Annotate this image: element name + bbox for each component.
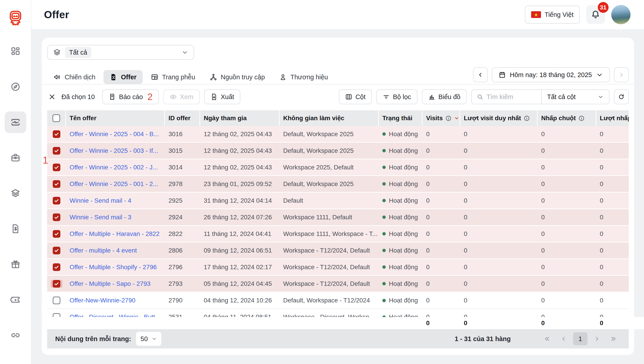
row-checkbox[interactable] <box>53 180 60 188</box>
offer-name-link[interactable]: Offer - Multiple - Haravan - 2822 <box>70 230 160 237</box>
offers-table: Tên offer ID offer Ngày tham gia Không g… <box>47 110 629 317</box>
columns-button[interactable]: Cột <box>339 89 372 104</box>
bar-chart-icon <box>428 93 435 100</box>
col-header-unique-visits[interactable]: Lượt visit duy nhất <box>460 110 538 126</box>
col-header-date[interactable]: Ngày tham gia <box>200 110 280 126</box>
row-checkbox[interactable] <box>53 163 60 171</box>
gift-icon <box>10 259 21 269</box>
table-row[interactable]: Offer - Multiple - Sapo - 2793 2793 05 t… <box>47 276 629 292</box>
offer-name-link[interactable]: Offer - Winnie - 2025 - 001 - 2... <box>70 180 158 188</box>
table-row[interactable]: Offer - Multiple - Haravan - 2822 2822 1… <box>47 226 629 242</box>
col-header-clicks[interactable]: Nhấp chuột <box>538 110 596 126</box>
offer-name-link[interactable]: Offer - Discount - Winnie - Butt... <box>70 313 160 317</box>
date-prev-button[interactable] <box>473 67 488 82</box>
status-dot <box>382 165 386 169</box>
offer-name-link[interactable]: Winnie - Send mail - 4 <box>70 197 131 204</box>
tab-offer[interactable]: Offer <box>104 70 143 84</box>
sidebar-item-coupons[interactable] <box>5 289 26 310</box>
filters-button[interactable]: Bộ lọc <box>376 89 417 104</box>
offer-unique-visits: 0 <box>460 230 538 238</box>
row-checkbox[interactable] <box>53 147 60 155</box>
sidebar <box>0 0 32 364</box>
sidebar-item-billing[interactable] <box>5 218 26 240</box>
main-content: 1 Tất cả Chiến dịch Offer Trang phễu <box>32 29 644 364</box>
table-row[interactable]: Winnie - Send mail - 3 2924 26 tháng 12,… <box>47 209 629 226</box>
last-page-button[interactable] <box>606 332 621 345</box>
row-checkbox[interactable] <box>53 280 60 288</box>
scope-filter-select[interactable]: Tất cả <box>47 45 194 60</box>
row-checkbox[interactable] <box>53 297 60 304</box>
sidebar-item-workspace[interactable] <box>5 147 26 168</box>
report-button[interactable]: Báo cáo 2 <box>102 89 159 104</box>
row-checkbox[interactable] <box>53 263 60 271</box>
select-all-checkbox[interactable] <box>52 114 60 122</box>
sidebar-item-analytics[interactable] <box>5 111 26 133</box>
table-row[interactable]: Offer - Discount - Winnie - Butt... 2531… <box>47 309 629 317</box>
table-row[interactable]: Offer - Winnie - 2025 - 002 - J... 3014 … <box>47 159 629 176</box>
offer-unique-clicks: 0 <box>596 313 629 317</box>
app-logo-robot-icon[interactable] <box>8 10 23 27</box>
chart-button[interactable]: Biểu đồ <box>422 89 467 104</box>
col-header-unique-clicks[interactable]: Lượt nhấp chuột <box>596 110 629 126</box>
refresh-button[interactable] <box>614 89 629 104</box>
offer-unique-visits: 0 <box>460 264 538 271</box>
table-row[interactable]: Offer - multiple - 4 event 2806 09 tháng… <box>47 242 629 259</box>
sidebar-item-dashboard[interactable] <box>5 41 26 62</box>
offer-name-link[interactable]: Offer - Winnie - 2025 - 004 - B... <box>70 130 159 137</box>
page-number-button[interactable]: 1 <box>573 332 588 345</box>
offer-name-link[interactable]: Winnie - Send mail - 3 <box>70 214 131 221</box>
offer-unique-clicks: 0 <box>596 147 629 154</box>
tab-trang-pheu[interactable]: Trang phễu <box>144 70 201 84</box>
sidebar-item-layers[interactable] <box>5 183 26 204</box>
clear-selection-button[interactable] <box>47 92 57 102</box>
search-input[interactable] <box>486 93 536 101</box>
offer-unique-clicks: 0 <box>596 197 629 204</box>
table-row[interactable]: Offer-New-Winnie-2790 2790 04 tháng 12, … <box>47 292 629 309</box>
row-checkbox[interactable] <box>53 214 60 221</box>
row-checkbox[interactable] <box>53 230 60 238</box>
offer-unique-visits: 0 <box>460 214 538 221</box>
user-avatar[interactable] <box>611 5 630 24</box>
col-header-workspace[interactable]: Không gian làm việc <box>280 110 379 126</box>
first-page-button[interactable] <box>540 332 554 345</box>
status-dot <box>382 265 386 269</box>
sidebar-item-links[interactable] <box>5 324 26 346</box>
prev-page-button[interactable] <box>556 332 571 345</box>
offer-name-link[interactable]: Offer - Multiple - Shopify - 2796 <box>70 264 157 271</box>
col-header-visits[interactable]: Visits <box>422 110 460 126</box>
offer-name-link[interactable]: Offer - multiple - 4 event <box>70 247 137 254</box>
row-checkbox[interactable] <box>53 313 60 317</box>
offer-clicks: 0 <box>538 230 596 238</box>
page-size-select[interactable]: 50 <box>136 332 161 346</box>
col-header-id[interactable]: ID offer <box>165 110 200 126</box>
row-checkbox[interactable] <box>53 197 60 205</box>
tab-chien-dich[interactable]: Chiến dịch <box>47 70 102 84</box>
sidebar-item-rewards[interactable] <box>5 253 26 275</box>
notification-badge: 31 <box>598 2 608 13</box>
language-button[interactable]: ★ Tiếng Việt <box>525 6 580 24</box>
sidebar-item-explore[interactable] <box>5 76 26 98</box>
row-checkbox[interactable] <box>53 130 60 138</box>
info-icon <box>446 115 452 121</box>
col-header-name[interactable]: Tên offer <box>66 110 165 126</box>
col-header-status[interactable]: Trạng thái <box>379 110 422 126</box>
date-next-button[interactable] <box>614 67 629 82</box>
table-row[interactable]: Offer - Winnie - 2025 - 001 - 2... 2978 … <box>47 176 629 193</box>
table-row[interactable]: Offer - Winnie - 2025 - 004 - B... 3016 … <box>47 126 629 143</box>
export-button[interactable]: Xuất <box>204 89 240 104</box>
search-column-scope-select[interactable]: Tất cả cột <box>542 93 609 101</box>
offer-name-link[interactable]: Offer - Multiple - Sapo - 2793 <box>70 280 150 287</box>
table-row[interactable]: Winnie - Send mail - 4 2925 31 tháng 12,… <box>47 193 629 209</box>
offer-name-link[interactable]: Offer - Winnie - 2025 - 003 - If... <box>70 147 158 154</box>
offer-name-link[interactable]: Offer - Winnie - 2025 - 002 - J... <box>70 164 158 171</box>
date-range-button[interactable]: Hôm nay: 18 tháng 02, 2025 <box>492 67 610 82</box>
table-row[interactable]: Offer - Multiple - Shopify - 2796 2796 1… <box>47 259 629 276</box>
view-button[interactable]: Xem <box>163 89 200 104</box>
table-row[interactable]: Offer - Winnie - 2025 - 003 - If... 3015… <box>47 143 629 159</box>
tab-nguon-truy-cap[interactable]: Nguồn truy cập <box>203 70 271 84</box>
row-checkbox[interactable] <box>53 247 60 254</box>
tab-thuong-hieu[interactable]: Thương hiệu <box>273 70 334 84</box>
search-field[interactable] <box>472 93 541 101</box>
offer-name-link[interactable]: Offer-New-Winnie-2790 <box>70 297 136 304</box>
next-page-button[interactable] <box>590 332 604 345</box>
